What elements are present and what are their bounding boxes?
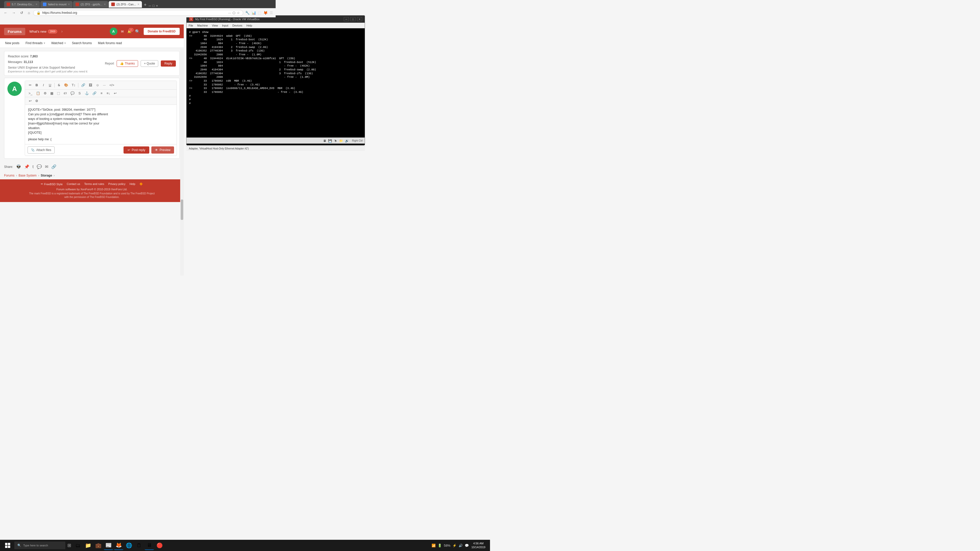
messages-icon[interactable]: ✉	[121, 30, 124, 33]
share-whatsapp-icon[interactable]: 💬	[37, 164, 42, 169]
toolbar-url[interactable]: 🔗	[91, 91, 98, 96]
toolbar-list[interactable]: ≡↓	[105, 91, 112, 96]
toolbar-align[interactable]: ≡	[99, 91, 105, 96]
toolbar-quote-btn[interactable]: 💬	[69, 91, 76, 96]
close-button[interactable]: ×	[156, 4, 158, 8]
forums-logo[interactable]: Forums	[4, 28, 25, 35]
tab-close-2[interactable]: ×	[68, 3, 70, 6]
browser-tab-2[interactable]: failed to mount ×	[40, 1, 72, 8]
breadcrumb-forums[interactable]: Forums	[4, 174, 14, 177]
whats-new-button[interactable]: What's new 2869	[29, 30, 57, 33]
reply-button[interactable]: Reply	[161, 60, 176, 67]
tab-close-1[interactable]: ×	[35, 3, 37, 6]
footer-terms[interactable]: Terms and rules	[84, 183, 104, 186]
footer-help[interactable]: Help	[130, 183, 135, 186]
nav-find-threads[interactable]: Find threads ▾	[24, 39, 46, 48]
toolbar-undo[interactable]: ↩	[112, 91, 118, 96]
share-link-icon[interactable]: 🔗	[51, 164, 56, 169]
post-reply-button[interactable]: ↩ Post reply	[124, 146, 149, 154]
vbox-minimize-button[interactable]: ─	[344, 17, 349, 21]
toolbar-redo[interactable]: ↩	[27, 98, 33, 103]
vbox-menu-file[interactable]: File	[189, 24, 193, 27]
forward-button[interactable]: →	[11, 10, 17, 15]
toolbar-bold[interactable]: B	[34, 83, 40, 88]
attach-files-button[interactable]: 📎 Attach files	[27, 146, 55, 154]
toolbar-options[interactable]: ⚙	[34, 98, 40, 103]
vbox-maximize-button[interactable]: □	[350, 17, 355, 21]
hamburger-icon[interactable]: ☰	[270, 11, 273, 15]
footer-rss-icon[interactable]: 🔶	[139, 183, 143, 186]
tab-close-4[interactable]: ×	[138, 3, 139, 6]
quote-button[interactable]: + Quote	[141, 60, 158, 67]
preview-button[interactable]: 👁 Preview	[151, 146, 174, 154]
share-bar: Share: 👽 📌 t 💬 ✉ 🔗	[0, 162, 184, 171]
toolbar-emoji[interactable]: ☺	[94, 83, 100, 88]
toolbar-strikethrough[interactable]: S̶	[56, 83, 62, 88]
vbox-menu-devices[interactable]: Devices	[232, 24, 242, 27]
donate-button[interactable]: Donate to FreeBSD	[144, 28, 180, 35]
toolbar-more[interactable]: ···	[101, 83, 107, 88]
library-icon[interactable]: 📊	[251, 11, 256, 15]
nav-mark-forums-read[interactable]: Mark forums read	[97, 39, 123, 48]
nav-watched[interactable]: Watched ▾	[50, 39, 67, 48]
minimize-button[interactable]: ─	[148, 4, 151, 8]
address-bar[interactable]: 🔒 https://forums.freebsd.org ··· ⬡ ☆	[33, 10, 243, 16]
vbox-menu-help[interactable]: Help	[247, 24, 252, 27]
toolbar-italic[interactable]: I	[40, 83, 46, 88]
user-avatar[interactable]: A	[110, 27, 118, 35]
vbox-terminal-screen[interactable]: # gpart show=> 40 31944624 ada0 GPT (15G…	[186, 28, 365, 138]
firefox-icon[interactable]: 🦊	[263, 11, 268, 15]
breadcrumb-base-system[interactable]: Base System	[19, 174, 37, 177]
browser-tab-4[interactable]: (2) ZFS - Can... ×	[109, 1, 142, 8]
toolbar-link[interactable]: 🔗	[80, 83, 87, 88]
footer-brand-link[interactable]: FreeBSD Style	[44, 183, 63, 186]
toolbar-fontsize[interactable]: T↕	[70, 83, 77, 88]
toolbar-underline[interactable]: U	[47, 83, 53, 88]
vbox-menu-machine[interactable]: Machine	[197, 24, 208, 27]
back-button[interactable]: ←	[3, 10, 9, 15]
vbox-close-button[interactable]: ×	[357, 17, 362, 21]
maximize-button[interactable]: □	[152, 4, 154, 8]
editor-content-area[interactable]: [QUOTE="SirDice, post: 398204, member: 1…	[25, 105, 177, 144]
browser-scrollbar[interactable]	[180, 49, 184, 275]
terminal-line-8: => 40 31944624 diskid/DISK-VB3b7edc2a-a1…	[189, 57, 362, 60]
toolbar-color[interactable]: 🎨	[62, 83, 70, 88]
quote-line1: [QUOTE="SirDice, post: 398204, member: 1…	[28, 108, 95, 111]
home-button[interactable]: ⌂	[27, 10, 31, 15]
tab-close-3[interactable]: ×	[104, 3, 106, 6]
share-reddit-icon[interactable]: 👽	[16, 164, 21, 169]
toolbar-clipboard[interactable]: 📋	[35, 91, 41, 96]
display-icon[interactable]: ⬚	[258, 11, 261, 15]
search-icon[interactable]: 🔍	[135, 29, 140, 34]
tools-icon[interactable]: 🔧	[245, 11, 250, 15]
nav-search-forums[interactable]: Search forums	[71, 39, 93, 48]
footer-contact[interactable]: Contact us	[67, 183, 80, 186]
toolbar-eraser[interactable]: ✏	[27, 83, 33, 88]
quote-line4: [man=8]gptzfsboot[/man] may not be corre…	[28, 122, 99, 125]
browser-tab-1[interactable]: 5.7. Desktop En... ×	[4, 1, 40, 8]
toolbar-image[interactable]: 🖼	[87, 83, 94, 88]
toolbar-table[interactable]: ▦	[49, 91, 55, 96]
nav-new-posts[interactable]: New posts	[4, 39, 21, 48]
refresh-button[interactable]: ↺	[19, 10, 24, 15]
vbox-menu-view[interactable]: View	[212, 24, 218, 27]
browser-tab-3[interactable]: (2) ZFS - gptzfs... ×	[73, 1, 108, 8]
vbox-menu-input[interactable]: Input	[222, 24, 228, 27]
thanks-button[interactable]: 👍 Thanks	[117, 60, 138, 67]
quote-line2: Can you post a [cmd]gpart show[/cmd]? Th…	[28, 113, 108, 116]
toolbar-anchor[interactable]: ⚓	[83, 91, 90, 96]
vbox-network-icon: 🖥	[323, 139, 326, 143]
share-tumblr-icon[interactable]: t	[32, 165, 33, 169]
share-email-icon[interactable]: ✉	[45, 164, 48, 169]
report-button[interactable]: Report	[105, 62, 114, 65]
new-tab-button[interactable]: +	[142, 2, 148, 8]
toolbar-code-inline[interactable]: </>	[108, 83, 116, 88]
footer-privacy[interactable]: Privacy policy	[108, 183, 125, 186]
share-pinterest-icon[interactable]: 📌	[24, 164, 29, 169]
scrollbar-thumb[interactable]	[181, 200, 183, 220]
toolbar-spoiler[interactable]: S	[76, 91, 83, 96]
toolbar-box[interactable]: ⬚	[56, 91, 62, 96]
toolbar-tag[interactable]: 🏷	[62, 91, 68, 96]
toolbar-terminal[interactable]: >_	[27, 91, 34, 96]
toolbar-settings[interactable]: ⚙	[42, 91, 48, 96]
